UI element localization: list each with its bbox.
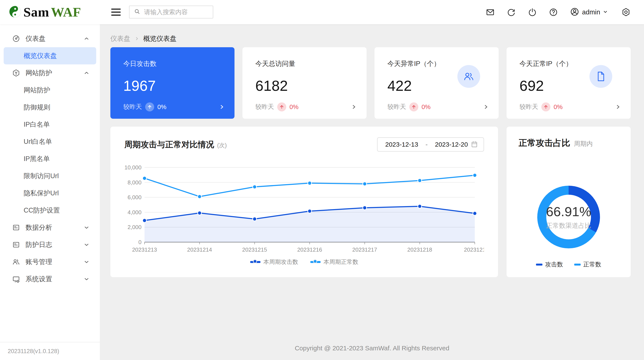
card-today-attacks: 今日攻击数 1967 较昨天 0% [110,47,234,119]
chart-unit-label: (次) [217,142,227,149]
sidebar-item-defense-rules[interactable]: 防御规则 [4,99,96,116]
card-today-abnormal-ip: 今天异常IP（个） 422 较昨天 0% [374,47,498,119]
chevron-down-icon [602,9,608,16]
chart-title: 周期攻击与正常对比情况 [124,139,214,150]
breadcrumb-parent[interactable]: 仪表盘 [110,34,130,43]
sidebar-item-protection-logs[interactable]: 防护日志 [4,236,96,253]
sidebar-item-system-settings[interactable]: 系统设置 [4,270,96,288]
svg-text:20231215: 20231215 [242,246,267,253]
shield-icon [12,69,20,77]
sidebar-item-ip-whitelist[interactable]: IP白名单 [4,116,96,133]
sidebar-item-account-management[interactable]: 账号管理 [4,253,96,270]
chevron-right-icon[interactable] [351,104,357,110]
card-value: 6182 [255,77,354,94]
donut-center-value: 66.91% [546,204,591,219]
svg-text:20231216: 20231216 [297,246,322,253]
logo-text: SamWAF [24,4,81,20]
sidebar-item-dashboard[interactable]: 仪表盘 [4,30,96,47]
svg-text:8,000: 8,000 [128,179,142,186]
chevron-down-icon [83,276,90,283]
main-content: 仪表盘 概览仪表盘 今日攻击数 1967 较昨天 0% [100,24,644,360]
breadcrumb: 仪表盘 概览仪表盘 [110,34,631,43]
log-list-icon [12,240,20,249]
sidebar-item-site-protection-group[interactable]: 网站防护 [4,64,96,82]
sidebar-item-cc-protection[interactable]: CC防护设置 [4,202,96,219]
arrow-up-icon [277,102,286,112]
arrow-up-icon [541,102,550,112]
sidebar-item-privacy-url[interactable]: 隐私保护Url [4,184,96,202]
svg-text:4,000: 4,000 [128,209,142,216]
chevron-up-icon [83,70,90,77]
attack-normal-line-chart: 02,0004,0006,0008,00010,0002023121320231… [124,152,484,253]
document-list-icon [12,223,20,232]
legend-item-attack[interactable]: 本周期攻击数 [250,258,298,266]
chevron-right-icon [134,36,139,41]
refresh-icon[interactable] [506,8,516,17]
svg-text:6,000: 6,000 [128,194,142,200]
chevron-right-icon[interactable] [483,104,489,110]
global-search [129,6,213,18]
legend-item-normal[interactable]: 本周期正常数 [310,258,358,266]
version-label: 20231128(v1.0.128) [0,342,100,360]
user-avatar-icon [570,7,580,18]
donut-legend: 攻击数 正常数 [518,260,619,268]
search-icon [133,8,141,16]
user-menu[interactable]: admin [570,7,608,18]
sidebar-item-data-analysis[interactable]: 数据分析 [4,219,96,236]
donut-title: 正常攻击占比 [518,137,570,149]
svg-text:20231217: 20231217 [352,246,377,253]
normal-attack-ratio-panel: 正常攻击占比 周期内 66.91% 正常数渠道占比 攻击数 正常数 [506,127,631,277]
sidebar-item-ip-blacklist[interactable]: IP黑名单 [4,150,96,168]
power-icon[interactable] [528,8,537,17]
date-range-picker[interactable]: 2023-12-13 - 2023-12-20 [377,138,484,152]
legend-marker [536,264,542,266]
stat-cards: 今日攻击数 1967 较昨天 0% 今天总访问量 6182 较昨天 [110,47,631,119]
svg-text:20231213: 20231213 [132,246,157,253]
chevron-down-icon [83,224,90,232]
chevron-down-icon [83,242,90,249]
chevron-up-icon [83,36,90,43]
sidebar-item-overview-dashboard[interactable]: 概览仪表盘 [4,47,96,64]
card-today-normal-ip: 今天正常IP（个） 692 较昨天 0% [506,47,631,119]
svg-text:10,000: 10,000 [124,164,142,171]
sidebar-item-restrict-url[interactable]: 限制访问Url [4,168,96,184]
sidebar-item-url-whitelist[interactable]: Url白名单 [4,133,96,150]
legend-marker [310,261,320,263]
top-bar: SamWAF [0,0,644,24]
arrow-up-icon [145,102,154,112]
legend-item-normal-count[interactable]: 正常数 [574,260,601,268]
chevron-right-icon[interactable] [615,104,621,110]
svg-text:2023121: 2023121 [464,246,484,253]
donut-subtitle: 周期内 [574,140,593,148]
legend-item-attack-count[interactable]: 攻击数 [536,260,563,268]
date-end: 2023-12-20 [435,141,468,148]
svg-text:2,000: 2,000 [128,224,142,230]
mail-icon[interactable] [486,8,495,17]
card-value: 1967 [123,77,222,94]
settings-gear-icon[interactable] [621,8,631,17]
breadcrumb-current: 概览仪表盘 [143,34,176,43]
donut-center-label: 正常数渠道占比 [546,221,591,230]
help-icon[interactable] [549,8,558,17]
users-icon [12,258,20,266]
chevron-right-icon[interactable] [218,104,225,110]
calendar-icon [471,141,478,148]
sidebar-item-site-protection[interactable]: 网站防护 [4,82,96,99]
search-input[interactable] [144,8,209,16]
date-start: 2023-12-13 [385,141,418,148]
svg-text:20231218: 20231218 [407,246,432,253]
attack-normal-chart-panel: 周期攻击与正常对比情况 (次) 2023-12-13 - 2023-12-20 … [110,127,498,277]
arrow-up-icon [409,102,418,112]
file-icon [590,65,612,88]
username-label: admin [582,8,600,16]
menu-collapse-button[interactable] [111,7,121,17]
copyright-footer: Copyright @ 2021-2023 SamWaf. All Rights… [100,344,644,352]
donut-chart: 66.91% 正常数渠道占比 [537,186,600,248]
monitor-gear-icon [12,275,20,283]
topbar-actions: admin [474,0,631,24]
users-icon [458,65,480,88]
svg-text:0: 0 [138,239,142,245]
legend-marker [574,264,581,266]
card-today-visits: 今天总访问量 6182 较昨天 0% [242,47,366,119]
svg-text:20231214: 20231214 [187,246,212,253]
